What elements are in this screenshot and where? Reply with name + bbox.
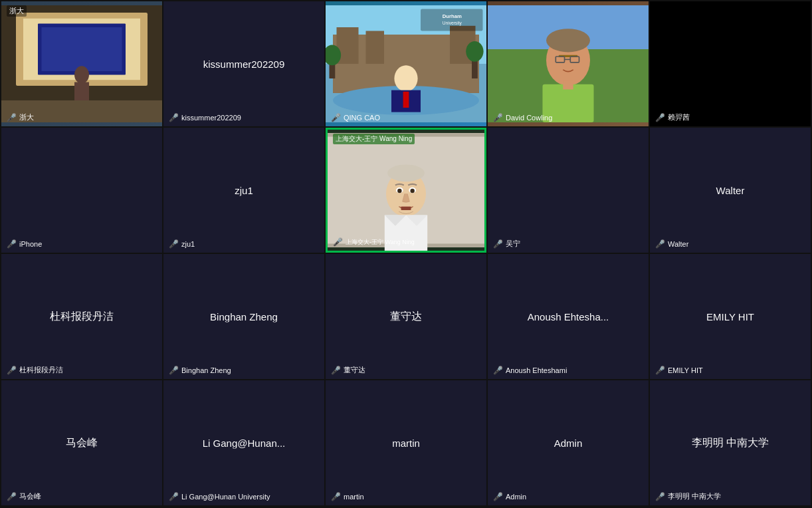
participant-name: Walter [658, 185, 803, 196]
participant-cell-limingming[interactable]: 李明明 中南大学 🎤 李明明 中南大学 [650, 380, 811, 505]
participant-cell-kiss[interactable]: kissummer202209 🎤 kissummer202209 [163, 1, 324, 126]
mic-icon: 🎤 [655, 239, 665, 249]
participant-bottom-label: 🎤 赖羿茜 [655, 112, 690, 122]
video-grid: 浙大 🎤 浙大 kissummer202209 🎤 kissummer20220… [0, 0, 812, 508]
mic-icon: 🎤 [331, 366, 341, 375]
svg-point-5 [74, 66, 89, 83]
svg-text:University: University [443, 21, 462, 26]
svg-rect-35 [563, 80, 573, 89]
participant-bottom-label: 🎤 吴宁 [493, 239, 520, 249]
participant-cell-david-cowling[interactable]: 🎤 David Cowling [488, 1, 649, 126]
participant-bottom-label: 🎤 Binghan Zheng [169, 366, 231, 375]
mic-icon: 🎤 [331, 492, 341, 501]
mic-icon: 🎤 [331, 113, 341, 122]
participant-cell-dujie[interactable]: 杜科报段丹洁 🎤 杜科报段丹洁 [1, 254, 162, 379]
participant-bottom-label: 🎤 马会峰 [7, 491, 41, 501]
mic-icon: 🎤 [169, 113, 179, 122]
svg-rect-24 [403, 92, 409, 108]
svg-point-29 [546, 29, 590, 52]
participant-cell-emily[interactable]: EMILY HIT 🎤 EMILY HIT [650, 254, 811, 379]
participant-name: 杜科报段丹洁 [9, 310, 154, 324]
participant-cell-zhejiang[interactable]: 浙大 🎤 浙大 [1, 1, 162, 126]
mic-icon: 🎤 [7, 113, 17, 122]
mic-icon: 🎤 [655, 366, 665, 375]
participant-name: Admin [496, 438, 641, 449]
mic-icon: 🎤 [169, 366, 179, 375]
mic-icon: 🎤 [655, 492, 665, 501]
participant-cell-wang-ning[interactable]: 上海交大-王宁 Wang Ning 🎤 上海交大-王宁 Wang Ning [326, 128, 486, 253]
participant-cell-anoush[interactable]: Anoush Ehtesha... 🎤 Anoush Ehteshami [488, 254, 649, 379]
participant-bottom-label: 🎤 zju1 [169, 239, 195, 249]
participant-bottom-label: 🎤 iPhone [7, 239, 42, 249]
svg-point-41 [387, 164, 425, 182]
svg-point-18 [466, 41, 483, 62]
participant-bottom-label: 🎤 kissummer202209 [169, 113, 241, 122]
participant-bottom-label: 🎤 QING CAO [331, 113, 380, 122]
participant-name: kissummer202209 [171, 59, 316, 70]
participant-cell-binghan[interactable]: Binghan Zheng 🎤 Binghan Zheng [163, 254, 324, 379]
participant-bottom-label: 🎤 Anoush Ehteshami [493, 366, 567, 375]
mic-icon: 🎤 [7, 366, 17, 375]
participant-name: 董守达 [334, 310, 478, 324]
mic-icon: 🎤 [493, 492, 503, 501]
participant-cell-iphone[interactable]: 🎤 iPhone [1, 128, 162, 253]
svg-point-22 [394, 65, 417, 92]
participant-cell-lai[interactable]: 🎤 赖羿茜 [650, 1, 811, 126]
participant-bottom-label: 🎤 EMILY HIT [655, 366, 703, 375]
mic-icon: 🎤 [7, 239, 17, 249]
participant-name: 李明明 中南大学 [658, 436, 803, 450]
participant-name: Li Gang@Hunan... [171, 438, 316, 449]
participant-cell-qing-cao[interactable]: Durham University 🎤 QING CAO [326, 1, 486, 126]
participant-bottom-label: 🎤 董守达 [331, 365, 365, 375]
participant-name: Anoush Ehtesha... [496, 311, 641, 322]
participant-top-label: 浙大 [7, 5, 27, 17]
participant-bottom-label: 🎤 李明明 中南大学 [655, 491, 721, 501]
mic-icon: 🎤 [493, 239, 503, 249]
participant-name: zju1 [171, 185, 316, 196]
mic-icon: 🎤 [7, 492, 17, 501]
participant-cell-mahuifeng[interactable]: 马会峰 🎤 马会峰 [1, 380, 162, 505]
participant-name: EMILY HIT [658, 311, 803, 322]
participant-bottom-label: 🎤 浙大 [7, 112, 34, 122]
svg-text:Durham: Durham [443, 13, 462, 19]
participant-cell-dongshouda[interactable]: 董守达 🎤 董守达 [326, 254, 486, 379]
svg-point-44 [397, 189, 401, 193]
participant-name: martin [334, 438, 478, 449]
mic-icon-david: 🎤 [493, 113, 503, 122]
mic-icon: 🎤 [169, 492, 179, 501]
participant-cell-admin[interactable]: Admin 🎤 Admin [488, 380, 649, 505]
participant-cell-zju1[interactable]: zju1 🎤 zju1 [163, 128, 324, 253]
svg-rect-46 [401, 207, 411, 210]
participant-bottom-label-david: 🎤 David Cowling [493, 113, 552, 122]
participant-bottom-label: 🎤 Li Gang@Hunan University [169, 492, 270, 501]
participant-bottom-label: 🎤 Admin [493, 492, 526, 501]
participant-bottom-label: 🎤 上海交大-王宁 Wang Ning [333, 237, 415, 247]
participant-name: Binghan Zheng [171, 311, 316, 322]
svg-rect-4 [42, 27, 122, 71]
mic-icon: 🎤 [333, 237, 343, 247]
mic-icon: 🎤 [655, 113, 665, 122]
mic-icon: 🎤 [493, 366, 503, 375]
wang-ning-label: 上海交大-王宁 Wang Ning [333, 134, 415, 144]
participant-cell-walter[interactable]: Walter 🎤 Walter [650, 128, 811, 253]
participant-bottom-label: 🎤 杜科报段丹洁 [7, 365, 63, 375]
svg-point-45 [410, 189, 414, 193]
participant-cell-wuning[interactable]: 🎤 吴宁 [488, 128, 649, 253]
participant-cell-ligang[interactable]: Li Gang@Hunan... 🎤 Li Gang@Hunan Univers… [163, 380, 324, 505]
mic-icon: 🎤 [169, 239, 179, 249]
participant-bottom-label: 🎤 Walter [655, 239, 688, 249]
participant-name: 马会峰 [9, 436, 154, 450]
participant-cell-martin[interactable]: martin 🎤 martin [326, 380, 486, 505]
svg-rect-12 [366, 31, 385, 64]
svg-rect-6 [74, 82, 89, 101]
participant-bottom-label: 🎤 martin [331, 492, 364, 501]
